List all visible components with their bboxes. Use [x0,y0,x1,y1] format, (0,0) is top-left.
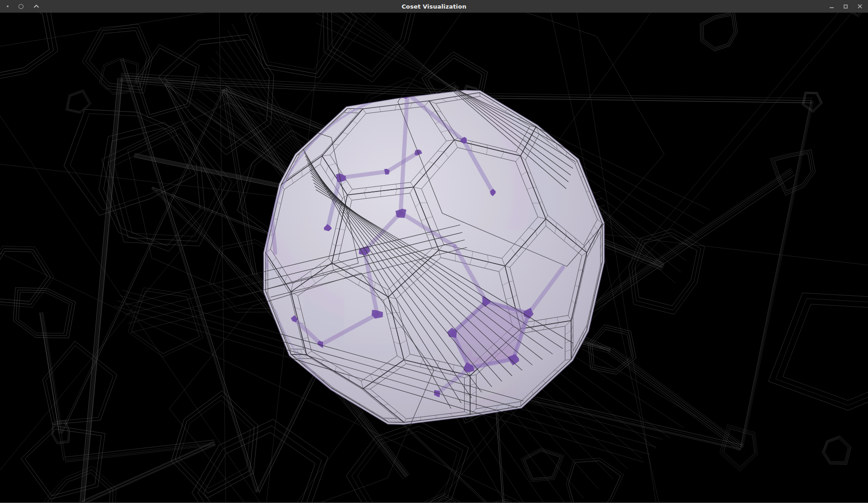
record-circle-icon[interactable] [18,4,23,9]
close-button[interactable] [856,3,863,10]
app-window: Coset Visualization [0,0,868,503]
maximize-button[interactable] [842,3,849,10]
window-title: Coset Visualization [0,0,868,13]
titlebar-left-icons [7,4,39,9]
visualization-canvas[interactable] [0,13,868,503]
titlebar[interactable]: Coset Visualization [0,0,868,13]
menu-dot-icon[interactable] [7,5,9,7]
scene-svg [0,13,868,503]
window-controls [828,0,863,13]
chevron-up-icon[interactable] [33,5,39,8]
minimize-button[interactable] [828,3,835,10]
